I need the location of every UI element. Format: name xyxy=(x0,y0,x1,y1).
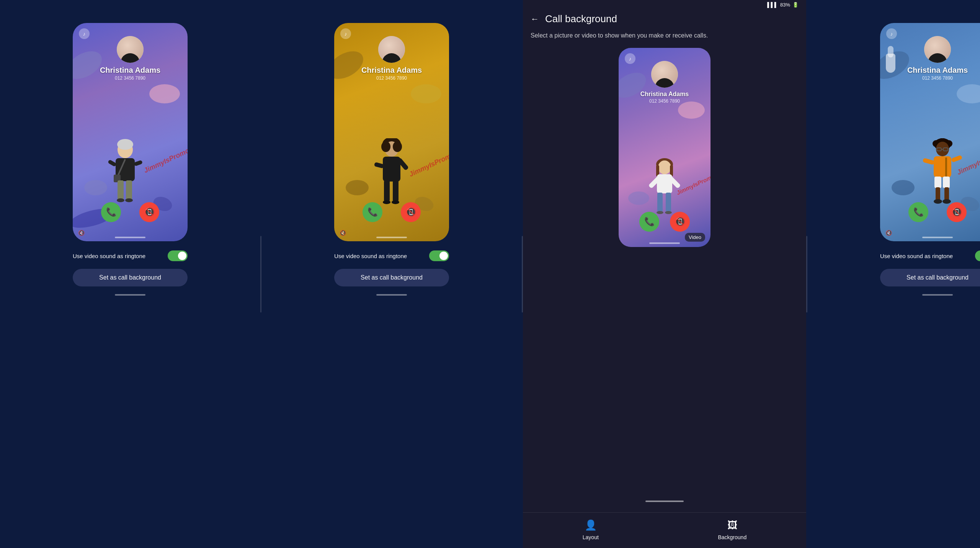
center-scroll-bar xyxy=(645,501,684,502)
svg-rect-42 xyxy=(945,157,947,177)
status-bar: ▌▌▌ 83% 🔋 xyxy=(523,0,806,9)
toggle-label-1: Use video sound as ringtone xyxy=(73,253,145,259)
svg-rect-50 xyxy=(923,158,935,165)
decline-btn-3[interactable]: 📵 xyxy=(947,202,967,222)
decline-btn-center[interactable]: 📵 xyxy=(670,212,690,232)
phone-top-area-2: ♪ Christina Adams 012 3456 7890 xyxy=(334,23,449,81)
accept-btn-3[interactable]: 📞 xyxy=(908,202,928,222)
phone-card-1: ♪ Christina Adams 012 3456 7890 xyxy=(73,23,188,241)
call-buttons-3: 📞 📵 xyxy=(880,202,980,222)
music-icon-3: ♪ xyxy=(886,28,897,39)
accept-btn-center[interactable]: 📞 xyxy=(639,212,659,232)
svg-rect-10 xyxy=(134,160,143,167)
scroll-indicator-1 xyxy=(115,294,145,296)
scroll-indicator-2 xyxy=(376,294,407,296)
toggle-switch-1[interactable] xyxy=(168,250,188,261)
figure-3 xyxy=(918,138,967,213)
svg-rect-16 xyxy=(384,180,390,201)
contact-avatar-2 xyxy=(378,36,405,63)
svg-rect-45 xyxy=(936,187,940,201)
svg-rect-9 xyxy=(108,159,117,167)
scroll-indicator-3 xyxy=(922,294,953,296)
phone-card-wrapper-2: ♪ Christina Adams 012 3456 7890 xyxy=(261,0,522,296)
svg-rect-21 xyxy=(374,162,384,168)
battery-text: 83% xyxy=(780,2,790,8)
svg-rect-6 xyxy=(126,180,132,200)
svg-rect-49 xyxy=(951,155,962,163)
set-bg-btn-1[interactable]: Set as call background xyxy=(73,269,188,286)
svg-point-7 xyxy=(117,198,124,202)
phone-top-area-1: ♪ Christina Adams 012 3456 7890 xyxy=(73,23,188,81)
decline-btn-1[interactable]: 📵 xyxy=(139,202,159,222)
mute-icon-2: 🔇 xyxy=(340,230,346,236)
nav-item-layout[interactable]: 👤 Layout xyxy=(583,518,599,540)
toggle-row-1: Use video sound as ringtone xyxy=(73,250,188,261)
svg-point-23 xyxy=(658,160,671,174)
figure-1 xyxy=(100,138,150,213)
toggle-row-3: Use video sound as ringtone xyxy=(880,250,980,261)
svg-rect-28 xyxy=(666,193,671,212)
phone-card-2: ♪ Christina Adams 012 3456 7890 xyxy=(334,23,449,241)
toggle-label-2: Use video sound as ringtone xyxy=(334,253,407,259)
contact-avatar-center xyxy=(651,61,678,88)
set-bg-btn-3[interactable]: Set as call background xyxy=(880,269,980,286)
back-button[interactable]: ← xyxy=(531,14,539,24)
toggle-switch-2[interactable] xyxy=(429,250,449,261)
svg-rect-46 xyxy=(944,187,949,201)
figure-center xyxy=(644,157,686,220)
home-indicator-center xyxy=(649,242,680,244)
set-bg-btn-2[interactable]: Set as call background xyxy=(334,269,449,286)
layout-icon: 👤 xyxy=(584,518,598,532)
svg-point-8 xyxy=(125,198,133,202)
music-icon-2: ♪ xyxy=(340,28,351,39)
bottom-nav: 👤 Layout 🖼 Background xyxy=(523,512,806,548)
phone-card-3: ♪ Christina Adams 012 3456 7890 xyxy=(880,23,980,241)
accept-btn-2[interactable]: 📞 xyxy=(363,202,382,222)
svg-rect-17 xyxy=(393,180,399,201)
phone-card-wrapper-1: ♪ Christina Adams 012 3456 7890 xyxy=(0,0,260,296)
svg-rect-43 xyxy=(934,177,941,188)
background-icon: 🖼 xyxy=(725,518,739,532)
music-icon-1: ♪ xyxy=(79,28,90,39)
battery-icon: 🔋 xyxy=(792,2,799,8)
svg-rect-27 xyxy=(657,193,663,212)
svg-rect-44 xyxy=(943,177,950,188)
contact-avatar-3 xyxy=(924,36,951,63)
contact-number-3: 012 3456 7890 xyxy=(922,75,953,81)
video-badge: Video xyxy=(685,233,705,242)
contact-number-center: 012 3456 7890 xyxy=(649,98,680,104)
center-phone-preview: ♪ Christina Adams 012 3456 7890 xyxy=(619,48,710,247)
contact-avatar-1 xyxy=(117,36,144,63)
nav-label-layout: Layout xyxy=(583,534,599,540)
svg-point-1 xyxy=(117,139,133,150)
mute-icon-1: 🔇 xyxy=(78,230,85,236)
home-indicator-2 xyxy=(376,237,407,238)
svg-point-14 xyxy=(393,141,402,152)
call-buttons-1: 📞 📵 xyxy=(73,202,188,222)
mute-icon-3: 🔇 xyxy=(885,230,892,236)
panel-header: ← Call background xyxy=(523,9,806,31)
toggle-row-2: Use video sound as ringtone xyxy=(334,250,449,261)
center-panel: ▌▌▌ 83% 🔋 ← Call background Select a pic… xyxy=(523,0,806,548)
toggle-label-3: Use video sound as ringtone xyxy=(880,253,953,259)
nav-item-background[interactable]: 🖼 Background xyxy=(718,518,746,540)
center-phone-top: ♪ Christina Adams 012 3456 7890 xyxy=(619,48,710,104)
decline-btn-2[interactable]: 📵 xyxy=(401,202,421,222)
toggle-switch-3[interactable] xyxy=(975,250,980,261)
contact-number-1: 012 3456 7890 xyxy=(115,75,145,81)
center-call-buttons: 📞 📵 xyxy=(619,212,710,232)
panel-title: Call background xyxy=(545,13,617,25)
card-controls-3: Use video sound as ringtone Set as call … xyxy=(880,250,980,286)
contact-name-1: Christina Adams xyxy=(100,66,160,75)
phone-top-area-3: ♪ Christina Adams 012 3456 7890 xyxy=(880,23,980,81)
nav-label-background: Background xyxy=(718,534,746,540)
center-phone-wrapper: ♪ Christina Adams 012 3456 7890 xyxy=(523,48,806,247)
call-buttons-2: 📞 📵 xyxy=(334,202,449,222)
svg-rect-41 xyxy=(934,156,951,177)
signal-icon: ▌▌▌ xyxy=(767,2,778,8)
accept-btn-1[interactable]: 📞 xyxy=(101,202,121,222)
contact-number-2: 012 3456 7890 xyxy=(376,75,407,81)
card-controls-1: Use video sound as ringtone Set as call … xyxy=(73,250,188,286)
contact-name-2: Christina Adams xyxy=(361,66,422,75)
contact-name-center: Christina Adams xyxy=(640,91,689,98)
